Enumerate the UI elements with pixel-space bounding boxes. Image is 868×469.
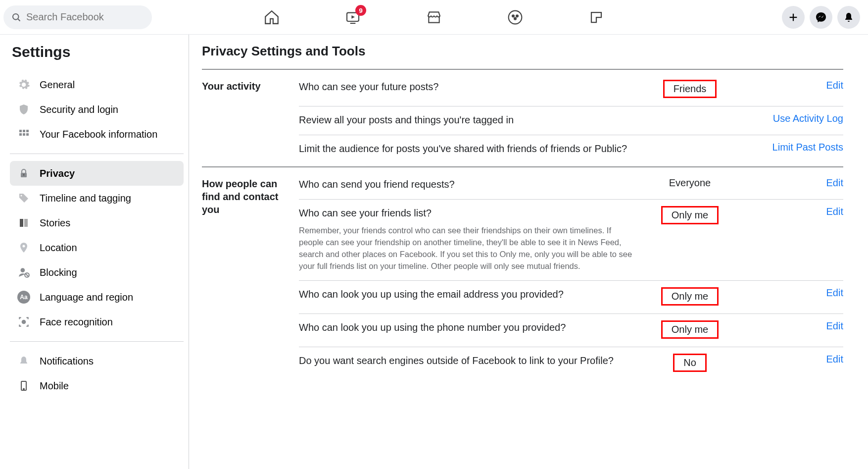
setting-row: Review all your posts and things you're … xyxy=(299,106,843,135)
sidebar-item-label: Language and region xyxy=(40,292,133,303)
nav-gaming[interactable] xyxy=(588,9,605,26)
setting-subtext: Remember, your friends control who can s… xyxy=(299,225,635,272)
sidebar-item-label: Face recognition xyxy=(40,316,113,328)
sidebar-item-label: Notifications xyxy=(40,356,94,367)
svg-point-7 xyxy=(514,18,516,20)
nav-groups[interactable] xyxy=(507,9,524,26)
notifications-button[interactable] xyxy=(837,6,860,29)
sidebar-item-label: Location xyxy=(40,242,77,254)
sidebar-item-mobile[interactable]: Mobile xyxy=(10,373,184,398)
svg-rect-12 xyxy=(26,130,29,132)
create-button[interactable] xyxy=(782,6,805,29)
sidebar-item-location[interactable]: Location xyxy=(10,235,184,260)
search-input[interactable] xyxy=(26,11,144,23)
search-icon xyxy=(11,12,21,22)
bell-icon xyxy=(843,11,855,23)
setting-text: Who can send you friend requests? xyxy=(299,177,635,191)
messenger-icon xyxy=(815,11,827,23)
svg-point-25 xyxy=(23,389,24,390)
home-icon xyxy=(263,9,280,26)
svg-rect-14 xyxy=(23,133,25,136)
sidebar-item-label: Privacy xyxy=(40,168,75,179)
messenger-button[interactable] xyxy=(810,6,832,29)
bell-small-icon xyxy=(17,354,31,368)
svg-point-0 xyxy=(13,13,19,19)
sidebar-item-label: General xyxy=(40,79,75,91)
svg-rect-13 xyxy=(19,133,22,136)
setting-value: No xyxy=(635,354,744,372)
setting-text: Do you want search engines outside of Fa… xyxy=(299,354,635,367)
face-icon xyxy=(17,315,31,329)
marketplace-icon xyxy=(426,9,442,25)
mobile-icon xyxy=(17,379,31,393)
section-your-activity: Your activity Who can see your future po… xyxy=(202,69,843,163)
setting-row: Limit the audience for posts you've shar… xyxy=(299,135,843,163)
sidebar-item-label: Your Facebook information xyxy=(40,129,157,140)
setting-value: Only me xyxy=(635,320,744,339)
language-icon: Aa xyxy=(17,290,31,304)
limit-posts-link[interactable]: Limit Past Posts xyxy=(744,142,843,153)
setting-row: Who can see your friends list? Remember,… xyxy=(299,200,843,281)
sidebar-item-notifications[interactable]: Notifications xyxy=(10,349,184,373)
pin-icon xyxy=(17,241,31,255)
sidebar-item-security[interactable]: Security and login xyxy=(10,97,184,122)
sidebar-item-label: Mobile xyxy=(40,380,69,392)
plus-icon xyxy=(788,12,799,23)
setting-value: Only me xyxy=(635,206,744,224)
svg-point-23 xyxy=(22,320,26,324)
svg-rect-10 xyxy=(19,130,22,132)
sidebar-item-stories[interactable]: Stories xyxy=(10,210,184,235)
setting-text: Who can look you up using the phone numb… xyxy=(299,320,635,334)
gaming-icon xyxy=(589,10,604,25)
sidebar-title: Settings xyxy=(12,44,184,60)
setting-text: Review all your posts and things you're … xyxy=(299,113,635,127)
edit-link[interactable]: Edit xyxy=(744,354,843,365)
svg-point-6 xyxy=(516,15,518,17)
tag-icon xyxy=(17,191,31,205)
svg-point-19 xyxy=(23,245,25,248)
block-icon xyxy=(17,265,31,279)
sidebar-item-label: Blocking xyxy=(40,267,77,278)
settings-sidebar: Settings General Security and login Your… xyxy=(0,35,189,469)
edit-link[interactable]: Edit xyxy=(744,177,843,189)
edit-link[interactable]: Edit xyxy=(744,287,843,299)
edit-link[interactable]: Edit xyxy=(744,320,843,332)
book-icon xyxy=(17,216,31,230)
svg-rect-11 xyxy=(23,130,25,132)
edit-link[interactable]: Edit xyxy=(744,80,843,91)
sidebar-item-blocking[interactable]: Blocking xyxy=(10,260,184,285)
setting-text: Who can see your future posts? xyxy=(299,80,635,94)
nav-marketplace[interactable] xyxy=(426,9,442,26)
sidebar-item-label: Security and login xyxy=(40,104,118,115)
svg-rect-15 xyxy=(26,133,29,136)
gear-icon xyxy=(17,78,31,92)
setting-value: Only me xyxy=(635,287,744,306)
activity-log-link[interactable]: Use Activity Log xyxy=(744,113,843,124)
sidebar-item-general[interactable]: General xyxy=(10,72,184,97)
svg-point-17 xyxy=(23,174,25,176)
setting-text: Who can see your friends list? Remember,… xyxy=(299,206,635,272)
sidebar-item-timeline[interactable]: Timeline and tagging xyxy=(10,186,184,210)
sidebar-item-privacy[interactable]: Privacy xyxy=(10,161,184,186)
svg-line-22 xyxy=(25,273,29,277)
shield-icon xyxy=(17,103,31,116)
top-bar: 9 xyxy=(0,0,868,35)
svg-line-1 xyxy=(18,19,20,21)
search-wrap[interactable] xyxy=(3,5,152,29)
sidebar-item-label: Stories xyxy=(40,217,70,229)
nav-watch[interactable]: 9 xyxy=(344,9,361,26)
setting-row: Who can see your future posts? Friends E… xyxy=(299,80,843,106)
edit-link[interactable]: Edit xyxy=(744,206,843,217)
setting-row: Who can send you friend requests? Everyo… xyxy=(299,177,843,200)
groups-icon xyxy=(507,9,523,25)
sidebar-separator xyxy=(10,154,184,154)
sidebar-item-face[interactable]: Face recognition xyxy=(10,310,184,334)
nav-home[interactable] xyxy=(263,9,280,26)
setting-text: Limit the audience for posts you've shar… xyxy=(299,142,635,156)
page-title: Privacy Settings and Tools xyxy=(202,44,843,59)
setting-row: Who can look you up using the email addr… xyxy=(299,281,843,314)
sidebar-item-label: Timeline and tagging xyxy=(40,193,131,204)
sidebar-item-language[interactable]: Aa Language and region xyxy=(10,285,184,310)
sidebar-item-your-info[interactable]: Your Facebook information xyxy=(10,122,184,147)
setting-row: Do you want search engines outside of Fa… xyxy=(299,347,843,380)
